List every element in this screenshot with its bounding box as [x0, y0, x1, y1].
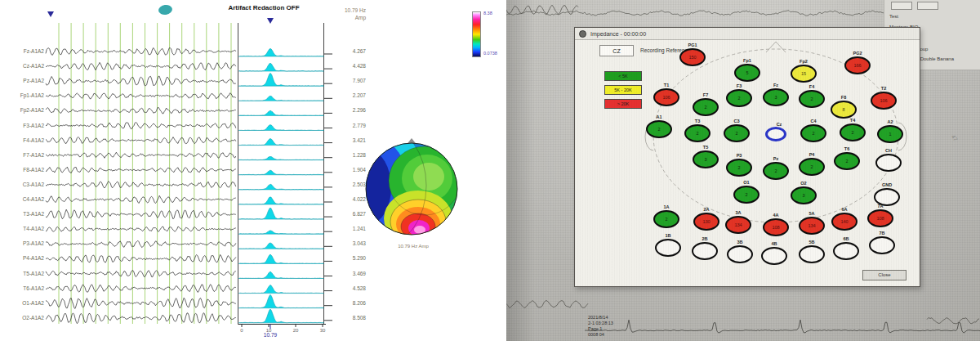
electrode-7A: 7A108 — [867, 209, 893, 227]
electrode-impedance-value: 2 — [735, 187, 758, 202]
topographic-map — [359, 135, 466, 243]
electrode-impedance-value: 8 — [832, 102, 855, 117]
recording-status-block: 2021/8/142-1 03:28:13Page 10008 04 — [588, 315, 613, 338]
electrode-impedance-value: 2 — [655, 212, 678, 227]
electrode-impedance-value: 2 — [764, 164, 787, 178]
topomap-caption: 10.79 Hz Amp — [361, 244, 466, 249]
spectra-freq-header: 10.79 Hz — [325, 7, 366, 14]
electrode-impedance-value: 108 — [764, 220, 787, 235]
channel-label: Fz-A1A2 — [2, 48, 44, 55]
electrode-impedance-value: 1 — [879, 127, 902, 141]
channel-amp-value: 2.779 — [330, 123, 366, 129]
status-line: 2021/8/14 — [588, 315, 613, 321]
status-line: 0008 04 — [588, 332, 613, 338]
electrode-impedance-value: 3 — [792, 188, 815, 203]
electrode-Fz: Fz3 — [763, 88, 789, 106]
electrode-O1: O12 — [733, 186, 760, 204]
channel-amp-value: 3.469 — [330, 271, 366, 277]
electrode-PG2: PG2166 — [844, 56, 871, 74]
channel-label: T6-A1A2 — [2, 285, 44, 292]
channel-label: T3-A1A2 — [2, 211, 44, 218]
channel-amp-value: 4.528 — [330, 285, 366, 292]
channel-label: C4-A1A2 — [2, 196, 44, 203]
electrode-F3: F32 — [726, 89, 752, 107]
electrode-T3: T32 — [684, 124, 710, 142]
electrode-A1: A12 — [646, 120, 672, 138]
menu-toolbar-button[interactable] — [891, 2, 912, 10]
electrode-Cz: Cz — [765, 127, 786, 141]
close-button[interactable]: Close — [862, 270, 906, 280]
channel-label: Pz-A1A2 — [2, 78, 44, 84]
channel-label: O1-A1A2 — [2, 300, 44, 307]
time-cursor-marker[interactable] — [47, 11, 54, 17]
electrode-O2: O23 — [791, 186, 817, 204]
electrode-P3: P32 — [726, 159, 752, 177]
electrode-name: T5 — [681, 145, 730, 150]
electrode-impedance-value: 2 — [686, 126, 709, 141]
svg-text:0: 0 — [240, 328, 243, 333]
electrode-impedance-value: 2 — [728, 160, 751, 175]
electrode-Fp1: Fp15 — [734, 64, 760, 82]
electrode-CH: CH — [875, 154, 902, 172]
electrode-name: 7B — [858, 231, 906, 236]
electrode-name: T1 — [642, 83, 691, 87]
electrode-T4: T42 — [840, 123, 866, 141]
status-line: 2-1 03:28:13 — [588, 321, 613, 326]
electrode-impedance-value: 2 — [841, 125, 864, 140]
channel-amp-value: 7.907 — [330, 78, 366, 84]
electrode-C4: C42 — [800, 124, 826, 142]
electrode-impedance-value: 2 — [728, 91, 751, 105]
electrode-6B: 6B — [833, 242, 859, 260]
electrode-2B: 2B — [692, 242, 718, 260]
electrode-4B: 4B — [761, 247, 787, 265]
channel-amp-value: 4.267 — [330, 48, 366, 55]
svg-text:10.79: 10.79 — [264, 332, 278, 338]
electrode-name: Fp1 — [723, 58, 772, 63]
channel-label: Fp2-A1A2 — [2, 107, 44, 114]
electrode-impedance-value: 134 — [727, 218, 750, 232]
electrode-impedance-value: 140 — [833, 214, 856, 229]
channel-label: Cz-A1A2 — [2, 63, 44, 70]
channel-amp-value: 8.206 — [330, 300, 366, 307]
electrode-impedance-value: 2 — [835, 154, 858, 168]
eeg-review-panel: 010203010.79 Artifact Redaction OFF 10.7… — [0, 0, 506, 341]
electrode-Fp2: Fp215 — [791, 65, 817, 83]
electrode-name: O2 — [779, 181, 828, 186]
electrode-name: F7 — [681, 92, 730, 97]
electrode-impedance-value: 130 — [695, 214, 718, 229]
channel-label: P3-A1A2 — [2, 240, 44, 247]
electrode-impedance-value: 166 — [846, 58, 869, 73]
electrode-impedance-value: 3 — [694, 152, 717, 167]
electrode-5B: 5B — [799, 245, 825, 263]
channel-amp-value: 4.428 — [330, 63, 366, 70]
electrode-name: CH — [864, 148, 913, 153]
channel-amp-value: 2.207 — [330, 92, 366, 99]
electrode-A2: A21 — [877, 125, 903, 143]
menu-item[interactable]: Test — [889, 14, 898, 19]
channel-label: Fp1-A1A2 — [2, 92, 44, 99]
electrode-impedance-value: 134 — [800, 218, 823, 233]
channel-label: C3-A1A2 — [2, 182, 44, 188]
electrode-name: PG1 — [668, 43, 717, 47]
electrode-impedance-value: 15 — [792, 66, 815, 81]
channel-label: F8-A1A2 — [2, 167, 44, 173]
electrode-impedance-value: 106 — [872, 93, 895, 108]
electrode-7B: 7B — [869, 236, 895, 254]
electrode-name: F8 — [819, 95, 868, 100]
electrode-name: O1 — [722, 180, 771, 185]
channel-label: F3-A1A2 — [2, 123, 44, 129]
electrode-impedance-value: 2 — [802, 126, 825, 141]
electrode-impedance-value: 2 — [648, 122, 670, 137]
freq-cursor-marker[interactable] — [267, 18, 274, 24]
channel-label: F4-A1A2 — [2, 137, 44, 144]
impedance-photo-panel: TestMontage BIOImpedance✕ Channel GroupI… — [506, 0, 980, 341]
electrode-1B: 1B — [655, 239, 681, 257]
electrode-name: P4 — [787, 152, 836, 157]
electrode-F8: F88 — [831, 101, 857, 119]
menu-toolbar-button[interactable] — [917, 2, 938, 10]
channel-label: F7-A1A2 — [2, 152, 44, 159]
electrode-impedance-value: 3 — [764, 90, 787, 105]
svg-text:20: 20 — [293, 328, 299, 333]
artifact-redaction-status: Artifact Redaction OFF — [203, 4, 325, 11]
electrode-impedance-value: 108 — [869, 211, 892, 226]
